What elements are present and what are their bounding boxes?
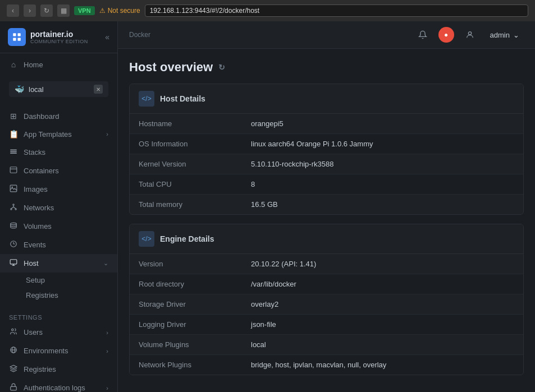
table-row: Volume Plugins local xyxy=(130,335,523,355)
logo-text: portainer.io COMMUNITY EDITION xyxy=(30,30,88,44)
chevron-right-icon: › xyxy=(106,131,108,137)
tabs-button[interactable]: ▦ xyxy=(57,4,70,17)
engine-details-table: Version 20.10.22 (API: 1.41) Root direct… xyxy=(130,254,523,375)
table-row: OS Information linux aarch64 Orange Pi 1… xyxy=(130,134,523,154)
sidebar-item-app-templates[interactable]: 📋 App Templates › xyxy=(0,125,117,143)
sidebar-item-events[interactable]: Events xyxy=(0,236,117,254)
stacks-icon xyxy=(9,147,18,157)
table-row: Network Plugins bridge, host, ipvlan, ma… xyxy=(130,355,523,375)
sidebar-item-home[interactable]: ⌂ Home xyxy=(0,56,117,73)
sidebar-item-host[interactable]: Host ⌄ xyxy=(0,254,117,273)
collapse-sidebar-button[interactable]: « xyxy=(105,33,109,41)
app-templates-icon: 📋 xyxy=(9,130,18,139)
settings-section-label: Settings xyxy=(0,307,117,323)
user-avatar-button[interactable] xyxy=(461,26,479,44)
engine-details-title: Engine Details xyxy=(160,234,214,243)
sidebar-item-users[interactable]: Users › xyxy=(0,323,117,342)
home-icon: ⌂ xyxy=(9,60,18,69)
dashboard-icon: ⊞ xyxy=(9,112,18,121)
svg-point-13 xyxy=(15,209,16,210)
notifications-bell-button[interactable] xyxy=(414,26,432,44)
networks-icon xyxy=(9,203,18,213)
app-container: portainer.io COMMUNITY EDITION « ⌂ Home … xyxy=(0,21,535,392)
svg-point-11 xyxy=(13,204,14,205)
volumes-icon xyxy=(9,222,18,231)
refresh-icon[interactable]: ↻ xyxy=(218,63,225,72)
sidebar-item-containers[interactable]: Containers xyxy=(0,162,117,180)
sidebar-item-dashboard[interactable]: ⊞ Dashboard xyxy=(0,107,117,125)
table-row: Total CPU 8 xyxy=(130,174,523,195)
page-title-text: Host overview xyxy=(129,60,213,75)
user-chevron-icon: ⌄ xyxy=(513,31,519,39)
forward-button[interactable]: › xyxy=(24,4,36,17)
portainer-logo-icon xyxy=(8,28,26,46)
close-environment-button[interactable]: ✕ xyxy=(94,85,103,94)
environment-section: 🐳 local ✕ xyxy=(4,78,113,100)
svg-rect-28 xyxy=(11,386,17,390)
warning-icon: ⚠ xyxy=(99,7,106,15)
auth-logs-chevron-icon: › xyxy=(106,385,108,391)
sidebar-item-networks[interactable]: Networks xyxy=(0,199,117,217)
sidebar-header: portainer.io COMMUNITY EDITION « xyxy=(0,21,117,53)
user-menu-button[interactable]: admin ⌄ xyxy=(486,29,524,41)
sidebar-item-volumes[interactable]: Volumes xyxy=(0,217,117,236)
engine-details-card: </> Engine Details Version 20.10.22 (API… xyxy=(129,224,524,375)
page-title: Host overview ↻ xyxy=(129,60,524,75)
app-edition: COMMUNITY EDITION xyxy=(30,39,88,44)
host-details-title: Host Details xyxy=(160,94,205,103)
table-row: Kernel Version 5.10.110-rockchip-rk3588 xyxy=(130,154,523,174)
registries-icon xyxy=(9,365,18,374)
svg-rect-2 xyxy=(13,38,16,41)
host-details-header: </> Host Details xyxy=(130,84,523,114)
svg-rect-4 xyxy=(10,150,17,151)
table-row: Storage Driver overlay2 xyxy=(130,294,523,315)
address-bar[interactable] xyxy=(145,4,528,17)
environments-icon xyxy=(9,346,18,356)
svg-line-16 xyxy=(13,207,16,209)
svg-point-24 xyxy=(12,329,14,331)
table-row: Root directory /var/lib/docker xyxy=(130,274,523,294)
main-content: Host overview ↻ </> Host Details Hostnam… xyxy=(118,49,535,392)
svg-rect-0 xyxy=(13,33,16,36)
sidebar-item-images[interactable]: Images xyxy=(0,180,117,199)
host-icon xyxy=(9,259,18,268)
main-area: Docker ● admin ⌄ Host overview ↻ xyxy=(118,21,535,392)
engine-details-header: </> Engine Details xyxy=(130,224,523,254)
topbar-actions: ● admin ⌄ xyxy=(414,26,524,44)
sidebar-item-environments[interactable]: Environments › xyxy=(0,342,117,360)
sidebar-item-setup[interactable]: Setup xyxy=(17,273,117,288)
reload-button[interactable]: ↻ xyxy=(40,4,53,17)
svg-rect-6 xyxy=(10,153,17,154)
images-icon xyxy=(9,185,18,194)
sidebar-item-stacks[interactable]: Stacks xyxy=(0,143,117,162)
back-button[interactable]: ‹ xyxy=(7,4,19,17)
users-icon xyxy=(9,328,18,337)
table-row: Total memory 16.5 GB xyxy=(130,195,523,214)
svg-point-17 xyxy=(11,223,17,225)
status-button[interactable]: ● xyxy=(438,27,454,43)
docker-icon: 🐳 xyxy=(15,85,24,94)
engine-code-icon: </> xyxy=(139,231,154,247)
logo-area: portainer.io COMMUNITY EDITION xyxy=(8,28,88,46)
chevron-down-icon: ⌄ xyxy=(103,260,108,267)
users-chevron-icon: › xyxy=(106,329,108,336)
home-label: Home xyxy=(24,61,108,69)
security-indicator: ⚠ Not secure xyxy=(99,7,140,15)
svg-point-33 xyxy=(468,32,471,35)
sidebar-item-auth-logs[interactable]: Authentication logs › xyxy=(0,379,117,392)
app-name: portainer.io xyxy=(30,30,88,39)
host-details-card: </> Host Details Hostname orangepi5 OS I… xyxy=(129,84,524,215)
containers-icon xyxy=(9,166,18,176)
sidebar-nav: ⊞ Dashboard 📋 App Templates › Stacks Con… xyxy=(0,103,117,307)
svg-rect-5 xyxy=(10,151,17,152)
breadcrumb: Docker xyxy=(129,31,150,39)
table-row: Version 20.10.22 (API: 1.41) xyxy=(130,254,523,274)
table-row: Logging Driver json-file xyxy=(130,315,523,335)
sidebar-item-registries-settings[interactable]: Registries xyxy=(0,360,117,379)
settings-nav: Users › Environments › Registries xyxy=(0,323,117,392)
environment-item-local[interactable]: 🐳 local ✕ xyxy=(9,81,108,97)
username: admin xyxy=(490,31,510,39)
sidebar: portainer.io COMMUNITY EDITION « ⌂ Home … xyxy=(0,21,118,392)
sidebar-item-registries[interactable]: Registries xyxy=(17,288,117,303)
svg-line-15 xyxy=(11,207,13,209)
